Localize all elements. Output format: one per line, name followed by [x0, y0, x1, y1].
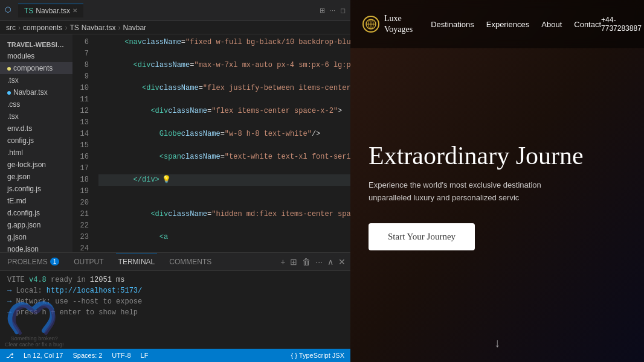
more-terminal-icon[interactable]: ··· — [315, 257, 323, 267]
sidebar-item-tsx2[interactable]: .tsx — [0, 110, 72, 122]
sidebar-item-jsconfig[interactable]: js.config.js — [0, 183, 72, 195]
terminal-line-local: → Local: http://localhost:5173/ — [7, 285, 343, 296]
line-numbers: 678910 1112131415 1617181920 2122232425 … — [72, 34, 94, 252]
code-content: <nav className="fixed w-full bg-black/10… — [94, 34, 350, 252]
split-editor-icon[interactable]: ⊞ — [320, 7, 325, 14]
status-filetype: { } TypeScript JSX — [291, 352, 344, 359]
preview-icon[interactable]: ◻ — [340, 7, 346, 14]
nav-phone: +44- 7737283887 — [601, 16, 642, 33]
cta-button[interactable]: Start Your Journey — [369, 223, 475, 250]
terminal-line-vite: VITE v4.8 ready in 12051 ms — [7, 275, 343, 285]
status-branch-icon: ⎇ — [6, 352, 14, 360]
vscode-icon: ⬡ — [5, 5, 14, 15]
code-editor[interactable]: 678910 1112131415 1617181920 2122232425 … — [72, 34, 350, 252]
sidebar-item-config-js[interactable]: config.js — [0, 135, 72, 147]
breadcrumb-file[interactable]: Navbar.tsx — [82, 24, 116, 32]
nav-logo[interactable]: Luxe Voyages — [362, 13, 413, 35]
globe-icon — [362, 16, 379, 33]
code-line: <div className="hidden md:flex items-cen… — [98, 209, 350, 220]
arrow-icon-local: → — [7, 287, 11, 295]
code-line: <span className="text-white text-xl font… — [98, 151, 350, 163]
tab-group: TS Navbar.tsx ✕ — [18, 4, 83, 17]
code-line-12: </div> 💡 — [98, 174, 350, 186]
output-label: OUTPUT — [74, 258, 103, 266]
status-spaces: Spaces: 2 — [72, 352, 102, 359]
code-line: <nav className="fixed w-full bg-black/10… — [98, 37, 350, 48]
comments-label: COMMENTS — [169, 258, 211, 266]
more-actions-icon[interactable]: ··· — [330, 7, 335, 14]
tab-lang: TS — [24, 7, 33, 15]
sidebar-item-tsx1[interactable]: .tsx — [0, 74, 72, 86]
panel-actions: + ⊞ 🗑 ··· ∧ ✕ — [280, 257, 346, 267]
file-explorer: TRAVEL-WEBSITE modules components .tsx N… — [0, 34, 72, 252]
status-encoding: UTF-8 — [112, 352, 130, 359]
vite-time: 12051 ms — [90, 276, 125, 284]
trash-icon[interactable]: 🗑 — [302, 257, 311, 267]
status-right: { } TypeScript JSX — [291, 352, 344, 359]
hero-title: Extraordinary Journe — [369, 142, 584, 170]
status-ln-col: Ln 12, Col 17 — [24, 352, 63, 359]
code-line: <a — [98, 232, 350, 243]
sidebar-item-g-json[interactable]: g.json — [0, 231, 72, 243]
hero-section: Extraordinary Journe Experience the worl… — [350, 0, 644, 362]
nav-link-about[interactable]: About — [541, 20, 562, 29]
breadcrumb-src[interactable]: src — [6, 24, 16, 32]
vite-label: VITE — [7, 276, 29, 284]
status-bar: ⎇ Ln 12, Col 17 Spaces: 2 UTF-8 LF { } T… — [0, 349, 350, 362]
breadcrumb-sep2: › — [65, 24, 67, 32]
hero-content: Extraordinary Journe Experience the worl… — [369, 142, 584, 251]
nav-link-destinations[interactable]: Destinations — [431, 20, 474, 29]
problems-label: PROBLEMS — [7, 258, 48, 266]
code-line: <div className="flex justify-between ite… — [98, 83, 350, 94]
split-terminal-icon[interactable]: ⊞ — [290, 257, 297, 267]
sidebar-item-modules[interactable]: modules — [0, 50, 72, 62]
code-line: <div className="flex items-center space-… — [98, 106, 350, 117]
terminal-label: TERMINAL — [118, 258, 155, 266]
sidebar-item-md[interactable]: tE.md — [0, 195, 72, 207]
panel-tab-problems[interactable]: PROBLEMS 1 — [5, 253, 62, 270]
chevron-up-icon[interactable]: ∧ — [327, 257, 333, 267]
nav-brand-text: Luxe Voyages — [384, 13, 413, 35]
sidebar-item-css[interactable]: .css — [0, 98, 72, 110]
terminal-local-label: Local: — [16, 287, 42, 295]
sidebar-item-ge-json[interactable]: ge.json — [0, 171, 72, 183]
breadcrumb-sep3: › — [118, 24, 120, 32]
vite-ready-text: ready in — [47, 276, 90, 284]
close-panel-icon[interactable]: ✕ — [338, 257, 346, 267]
breadcrumb: src › components › TS Navbar.tsx › Navba… — [0, 21, 350, 34]
breadcrumb-sep1: › — [18, 24, 21, 32]
breadcrumb-symbol[interactable]: Navbar — [123, 24, 146, 32]
hero-subtitle: Experience the world's most exclusive de… — [369, 179, 584, 205]
sidebar-item-app-json[interactable]: g.app.json — [0, 219, 72, 231]
tab-filename: Navbar.tsx — [36, 7, 70, 15]
sidebar-item-dconfig[interactable]: d.config.js — [0, 207, 72, 219]
sidebar-item-components[interactable]: components — [0, 62, 72, 74]
sidebar-item-lock-json[interactable]: ge-lock.json — [0, 159, 72, 171]
nav-link-contact[interactable]: Contact — [574, 20, 601, 29]
status-eol: LF — [141, 352, 149, 359]
panel-tab-output[interactable]: OUTPUT — [71, 253, 106, 270]
editor-tab-navbar[interactable]: TS Navbar.tsx ✕ — [18, 4, 83, 17]
code-lines: 678910 1112131415 1617181920 2122232425 … — [72, 34, 350, 252]
sidebar-item-root: TRAVEL-WEBSITE — [0, 39, 72, 50]
sidebar-item-node-json[interactable]: node.json — [0, 243, 72, 252]
nav-link-experiences[interactable]: Experiences — [486, 20, 530, 29]
breadcrumb-components[interactable]: components — [23, 24, 62, 32]
scroll-indicator[interactable]: ↓ — [494, 336, 500, 350]
breadcrumb-filetype: TS — [69, 24, 79, 32]
panel-tab-comments[interactable]: COMMENTS — [167, 253, 214, 270]
sidebar-item-navbar-tsx[interactable]: Navbar.tsx — [0, 86, 72, 98]
tab-close-icon[interactable]: ✕ — [72, 7, 77, 14]
panel-tabs: PROBLEMS 1 OUTPUT TERMINAL COMMENTS + ⊞ … — [0, 253, 350, 271]
sidebar-item-env[interactable]: env.d.ts — [0, 122, 72, 135]
title-bar-actions: ⊞ ··· ◻ — [320, 7, 346, 14]
browser-panel: Luxe Voyages Destinations Experiences Ab… — [350, 0, 644, 362]
navbar: Luxe Voyages Destinations Experiences Ab… — [350, 0, 644, 48]
problems-badge: 1 — [50, 258, 60, 265]
editor-body: TRAVEL-WEBSITE modules components .tsx N… — [0, 34, 350, 252]
nav-links: Destinations Experiences About Contact — [431, 20, 601, 29]
terminal-local-url: http://localhost:5173/ — [47, 287, 142, 295]
sidebar-item-html[interactable]: .html — [0, 147, 72, 159]
add-terminal-icon[interactable]: + — [280, 257, 285, 267]
panel-tab-terminal[interactable]: TERMINAL — [116, 253, 158, 270]
